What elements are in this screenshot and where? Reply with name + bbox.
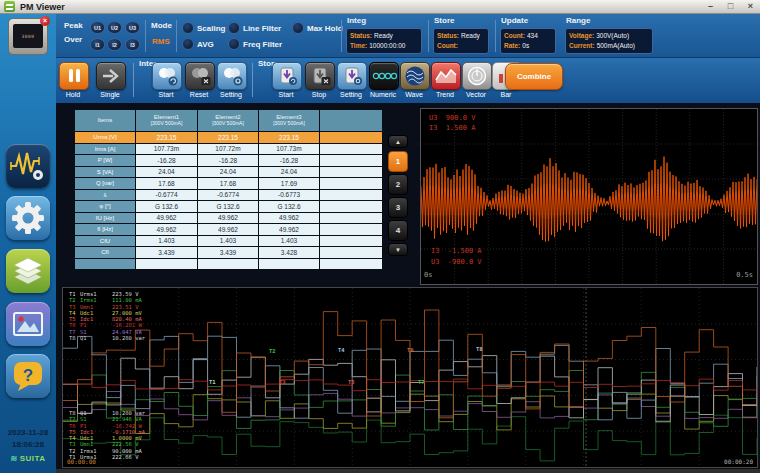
- close-button[interactable]: ×: [745, 1, 756, 12]
- integ-setting-label: Setting: [213, 91, 249, 98]
- wave-icon: [401, 63, 429, 89]
- integ-start-button[interactable]: [152, 62, 182, 90]
- table-cell: 17.68: [136, 178, 197, 189]
- peak-u2-indicator[interactable]: U2: [107, 21, 122, 34]
- store-start-button[interactable]: [272, 62, 302, 90]
- store-status-title: Store: [434, 16, 454, 25]
- single-button[interactable]: [96, 62, 126, 90]
- waveform-settings-icon: [6, 144, 50, 188]
- table-cell: [320, 190, 382, 201]
- range-title: Range: [566, 16, 590, 25]
- arrow-right-icon: [97, 63, 125, 89]
- bar-view-label: Bar: [488, 91, 524, 98]
- minimize-button[interactable]: –: [705, 1, 716, 12]
- wave-view-button[interactable]: [400, 62, 430, 90]
- peak-i3-indicator[interactable]: I3: [125, 38, 140, 51]
- device-icon[interactable]: 3000 ×: [8, 18, 48, 55]
- trend-view-button[interactable]: [431, 62, 461, 90]
- pager-page-2[interactable]: 2: [388, 174, 408, 195]
- help-button[interactable]: ?: [6, 354, 50, 398]
- integ-reset-icon: [186, 63, 214, 89]
- integ-reset-button[interactable]: [185, 62, 215, 90]
- peak-u1-indicator[interactable]: U1: [90, 21, 105, 34]
- combine-button[interactable]: Combine: [505, 63, 563, 90]
- store-stop-button[interactable]: [305, 62, 335, 90]
- line-filter-radio[interactable]: [228, 22, 240, 34]
- pager-page-4[interactable]: 4: [388, 220, 408, 241]
- layers-button[interactable]: [6, 249, 50, 293]
- table-row[interactable]: P [W]-16.28-16.28-16.28: [75, 155, 382, 166]
- maximize-button[interactable]: □: [725, 1, 736, 12]
- table-cell: 1.403: [259, 236, 319, 247]
- vector-view-button[interactable]: [462, 62, 492, 90]
- wave-time-end: 0.5s: [736, 271, 753, 279]
- row-label: P [W]: [75, 155, 135, 166]
- trend-time-start: 00:00:00: [67, 458, 96, 465]
- toolbar: Hold Single Integ Start Reset Setting St…: [56, 58, 760, 103]
- table-cell: [320, 178, 382, 189]
- vector-icon: [463, 63, 491, 89]
- peak-u3-indicator[interactable]: U3: [125, 21, 140, 34]
- pager-up-button[interactable]: ▲: [388, 135, 408, 148]
- store-setting-button[interactable]: [337, 62, 367, 90]
- freq-filter-radio[interactable]: [228, 38, 240, 50]
- table-row[interactable]: φ [°]G 132.6G 132.6G 132.6: [75, 201, 382, 212]
- table-row[interactable]: Urms [V]223.15223.15223.15: [75, 132, 382, 143]
- table-cell: 3.428: [259, 247, 319, 258]
- table-cell: G 132.6: [136, 201, 197, 212]
- table-row[interactable]: Irms [A]107.73m107.72m107.73m: [75, 144, 382, 155]
- table-cell: -0.6773: [259, 190, 319, 201]
- table-row[interactable]: CfU1.4031.4031.403: [75, 236, 382, 247]
- screenshot-icon: [6, 302, 50, 346]
- table-row[interactable]: fU [Hz]49.96249.96249.962: [75, 213, 382, 224]
- numeric-table-rows: Urms [V]223.15223.15223.15Irms [A]107.73…: [75, 132, 382, 269]
- peak-i2-indicator[interactable]: I2: [107, 38, 122, 51]
- mode-value: RMS: [152, 37, 170, 46]
- row-label: Q [var]: [75, 178, 135, 189]
- trend-icon: [432, 63, 460, 89]
- peak-over-label: Peak: [64, 21, 83, 30]
- table-cell: 49.962: [259, 213, 319, 224]
- table-row[interactable]: CfI3.4393.4393.428: [75, 247, 382, 258]
- table-cell: 107.73m: [136, 144, 197, 155]
- table-row[interactable]: Q [var]17.6817.6817.69: [75, 178, 382, 189]
- pager-page-1[interactable]: 1: [388, 151, 408, 172]
- store-stop-label: Stop: [301, 91, 337, 98]
- settings-button[interactable]: [6, 196, 50, 240]
- pager-down-button[interactable]: ▼: [388, 243, 408, 256]
- table-cell: [198, 259, 258, 270]
- waveform-settings-button[interactable]: [6, 144, 50, 188]
- table-cell: 223.15: [136, 132, 197, 143]
- table-cell: [320, 213, 382, 224]
- table-cell: 3.439: [198, 247, 258, 258]
- integ-setting-button[interactable]: [217, 62, 247, 90]
- wave-i-top-label: I3 1.500 A: [429, 124, 475, 132]
- table-cell: 17.69: [259, 178, 319, 189]
- disconnect-badge-icon: ×: [40, 16, 50, 26]
- avg-radio[interactable]: [182, 38, 194, 50]
- screenshot-button[interactable]: [6, 302, 50, 346]
- table-cell: [136, 259, 197, 270]
- trend-legend-bottom: T8Q110.280 varT7S121.946 VAT6P1-16.742 W…: [69, 410, 145, 460]
- store-start-icon: [273, 63, 301, 89]
- bottom-frame: [56, 469, 760, 473]
- hold-button[interactable]: [59, 62, 89, 90]
- pager-page-3[interactable]: 3: [388, 197, 408, 218]
- numeric-view-button[interactable]: [369, 62, 399, 90]
- table-row[interactable]: fI [Hz]49.96249.96249.962: [75, 224, 382, 235]
- table-row[interactable]: [75, 259, 382, 270]
- table-cell: -0.6774: [136, 190, 197, 201]
- titlebar: PM Viewer – □ ×: [0, 0, 760, 14]
- table-cell: -16.28: [259, 155, 319, 166]
- scaling-radio[interactable]: [182, 22, 194, 34]
- max-hold-radio[interactable]: [292, 22, 304, 34]
- status-bar: Peak Over U1 U2 U3 I1 I2 I3 Mode RMS Sca…: [56, 14, 760, 58]
- suita-logo-mark-icon: ≋: [10, 454, 17, 463]
- suita-logo: ≋SUITA: [0, 454, 56, 463]
- table-row[interactable]: λ-0.6774-0.6774-0.6773: [75, 190, 382, 201]
- column-header: Element1[300V 500mA]: [136, 110, 197, 131]
- integ-setting-icon: [218, 63, 246, 89]
- table-row[interactable]: S [VA]24.0424.0424.04: [75, 167, 382, 178]
- svg-text:?: ?: [23, 366, 33, 385]
- peak-i1-indicator[interactable]: I1: [90, 38, 105, 51]
